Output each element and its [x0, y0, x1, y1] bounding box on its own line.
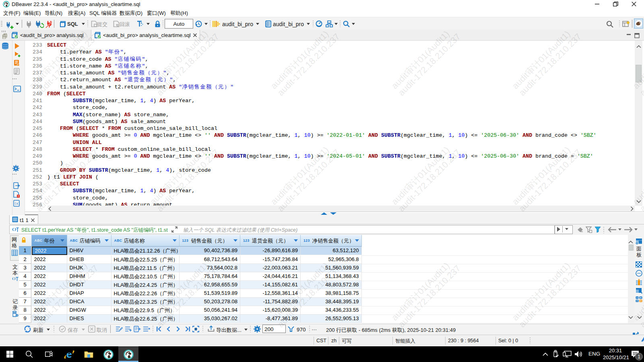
- svg-text:(x): (x): [14, 202, 20, 206]
